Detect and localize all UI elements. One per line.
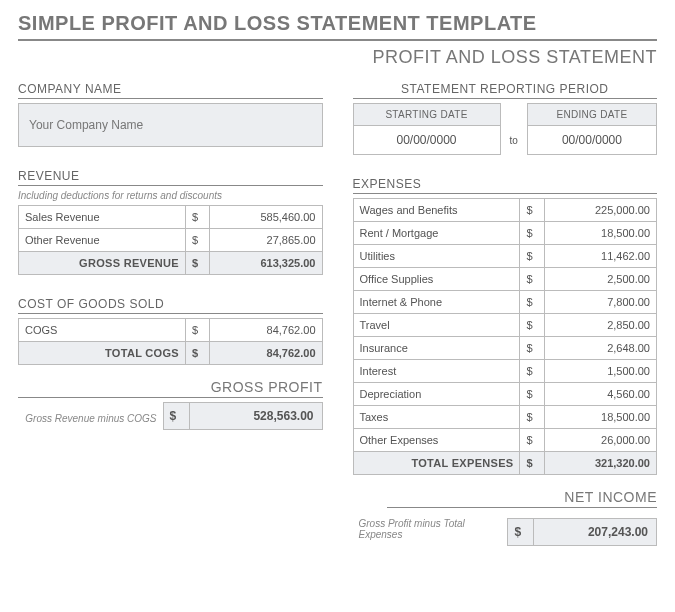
expense-row: Travel$2,850.00: [353, 314, 657, 337]
expense-value[interactable]: 225,000.00: [544, 199, 656, 222]
currency-symbol: $: [520, 452, 544, 475]
period-start-input[interactable]: 00/00/0000: [353, 126, 500, 155]
expense-label[interactable]: Other Expenses: [353, 429, 520, 452]
gross-profit-note: Gross Revenue minus COGS: [19, 407, 162, 430]
expenses-header: EXPENSES: [353, 177, 658, 194]
period-table: STARTING DATE ENDING DATE 00/00/0000 to …: [353, 103, 658, 155]
revenue-label[interactable]: Sales Revenue: [19, 206, 186, 229]
currency-symbol: $: [520, 222, 544, 245]
expense-row: Internet & Phone$7,800.00: [353, 291, 657, 314]
expense-row: Wages and Benefits$225,000.00: [353, 199, 657, 222]
currency-symbol: $: [520, 199, 544, 222]
expense-row: Taxes$18,500.00: [353, 406, 657, 429]
cogs-table: COGS$84,762.00 TOTAL COGS $ 84,762.00: [18, 318, 323, 365]
period-end-input[interactable]: 00/00/0000: [527, 126, 656, 155]
revenue-total-label: GROSS REVENUE: [19, 252, 186, 275]
expense-value[interactable]: 2,500.00: [544, 268, 656, 291]
currency-symbol: $: [520, 406, 544, 429]
revenue-table: Sales Revenue$585,460.00Other Revenue$27…: [18, 205, 323, 275]
expenses-table: Wages and Benefits$225,000.00Rent / Mort…: [353, 198, 658, 475]
expense-row: Utilities$11,462.00: [353, 245, 657, 268]
expense-label[interactable]: Travel: [353, 314, 520, 337]
expenses-total-label: TOTAL EXPENSES: [353, 452, 520, 475]
cogs-total-row: TOTAL COGS $ 84,762.00: [19, 342, 323, 365]
expenses-total-value: 321,320.00: [544, 452, 656, 475]
expense-label[interactable]: Taxes: [353, 406, 520, 429]
currency-symbol: $: [185, 342, 209, 365]
expense-value[interactable]: 7,800.00: [544, 291, 656, 314]
expense-value[interactable]: 11,462.00: [544, 245, 656, 268]
net-income-header: NET INCOME: [387, 489, 657, 508]
cogs-total-value: 84,762.00: [210, 342, 322, 365]
expense-label[interactable]: Depreciation: [353, 383, 520, 406]
expense-value[interactable]: 18,500.00: [544, 222, 656, 245]
currency-symbol: $: [185, 229, 209, 252]
cogs-row: COGS$84,762.00: [19, 319, 323, 342]
currency-symbol: $: [185, 319, 209, 342]
revenue-note: Including deductions for returns and dis…: [18, 190, 323, 201]
expense-value[interactable]: 1,500.00: [544, 360, 656, 383]
cogs-total-label: TOTAL COGS: [19, 342, 186, 365]
currency-symbol: $: [185, 206, 209, 229]
period-start-label: STARTING DATE: [353, 104, 500, 126]
currency-symbol: $: [520, 314, 544, 337]
expense-value[interactable]: 26,000.00: [544, 429, 656, 452]
expense-value[interactable]: 4,560.00: [544, 383, 656, 406]
revenue-total-value: 613,325.00: [210, 252, 322, 275]
currency-symbol: $: [520, 245, 544, 268]
revenue-value[interactable]: 27,865.00: [210, 229, 322, 252]
expense-row: Insurance$2,648.00: [353, 337, 657, 360]
company-header: COMPANY NAME: [18, 82, 323, 99]
currency-symbol: $: [520, 337, 544, 360]
currency-symbol: $: [520, 268, 544, 291]
period-to-label: to: [500, 126, 527, 155]
expense-row: Depreciation$4,560.00: [353, 383, 657, 406]
revenue-label[interactable]: Other Revenue: [19, 229, 186, 252]
currency-symbol: $: [508, 519, 534, 545]
main-title: SIMPLE PROFIT AND LOSS STATEMENT TEMPLAT…: [18, 12, 657, 41]
currency-symbol: $: [520, 429, 544, 452]
revenue-row: Other Revenue$27,865.00: [19, 229, 323, 252]
revenue-total-row: GROSS REVENUE $ 613,325.00: [19, 252, 323, 275]
expense-value[interactable]: 2,850.00: [544, 314, 656, 337]
gross-profit-row: Gross Revenue minus COGS $ 528,563.00: [18, 402, 323, 430]
currency-symbol: $: [520, 360, 544, 383]
net-income-value: 207,243.00: [534, 519, 656, 545]
currency-symbol: $: [520, 291, 544, 314]
gross-profit-value: 528,563.00: [190, 403, 322, 429]
net-income-note: Gross Profit minus Total Expenses: [353, 512, 508, 546]
currency-symbol: $: [520, 383, 544, 406]
expense-label[interactable]: Internet & Phone: [353, 291, 520, 314]
expense-value[interactable]: 18,500.00: [544, 406, 656, 429]
revenue-header: REVENUE: [18, 169, 323, 186]
expense-label[interactable]: Rent / Mortgage: [353, 222, 520, 245]
currency-symbol: $: [185, 252, 209, 275]
expense-value[interactable]: 2,648.00: [544, 337, 656, 360]
net-income-value-box: $ 207,243.00: [507, 518, 657, 546]
expense-row: Rent / Mortgage$18,500.00: [353, 222, 657, 245]
expense-row: Interest$1,500.00: [353, 360, 657, 383]
expense-label[interactable]: Wages and Benefits: [353, 199, 520, 222]
company-name-input[interactable]: Your Company Name: [18, 103, 323, 147]
revenue-row: Sales Revenue$585,460.00: [19, 206, 323, 229]
expenses-total-row: TOTAL EXPENSES $ 321,320.00: [353, 452, 657, 475]
gross-profit-value-box: $ 528,563.00: [163, 402, 323, 430]
period-header: STATEMENT REPORTING PERIOD: [353, 82, 658, 99]
currency-symbol: $: [164, 403, 190, 429]
expense-label[interactable]: Utilities: [353, 245, 520, 268]
expense-label[interactable]: Interest: [353, 360, 520, 383]
net-income-row: Gross Profit minus Total Expenses $ 207,…: [353, 512, 658, 546]
expense-row: Office Supplies$2,500.00: [353, 268, 657, 291]
revenue-value[interactable]: 585,460.00: [210, 206, 322, 229]
cogs-label[interactable]: COGS: [19, 319, 186, 342]
gross-profit-header: GROSS PROFIT: [18, 379, 323, 398]
expense-row: Other Expenses$26,000.00: [353, 429, 657, 452]
period-end-label: ENDING DATE: [527, 104, 656, 126]
cogs-header: COST OF GOODS SOLD: [18, 297, 323, 314]
sub-title: PROFIT AND LOSS STATEMENT: [18, 47, 657, 68]
expense-label[interactable]: Office Supplies: [353, 268, 520, 291]
expense-label[interactable]: Insurance: [353, 337, 520, 360]
cogs-value[interactable]: 84,762.00: [210, 319, 322, 342]
